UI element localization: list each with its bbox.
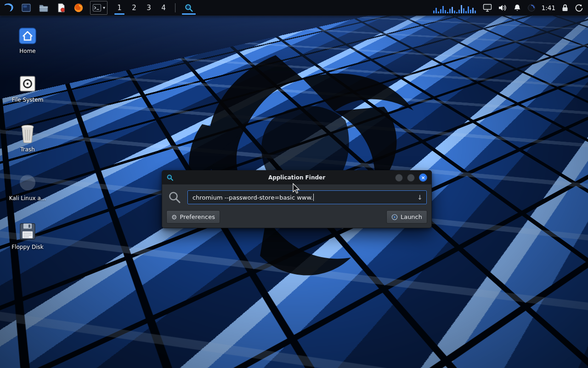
panel-launchers: ▾ xyxy=(0,1,107,15)
command-text: chromium --password-store=basic www. xyxy=(192,194,313,201)
active-app-indicator xyxy=(182,13,196,15)
history-dropdown-arrow-icon[interactable]: ↓ xyxy=(417,194,423,201)
kali-logo-icon xyxy=(3,2,14,13)
search-icon xyxy=(168,190,181,204)
chevron-down-icon: ▾ xyxy=(103,6,105,10)
notifications-bell-icon[interactable] xyxy=(513,4,521,12)
preferences-button[interactable]: ⚙ Preferences xyxy=(166,210,220,224)
desktop-icon-home[interactable]: Home xyxy=(5,27,51,54)
panel-status-area: 1:41 xyxy=(433,2,588,13)
window-icon xyxy=(21,3,31,13)
folder-icon xyxy=(39,3,49,13)
file-system-icon xyxy=(17,75,38,94)
display-icon[interactable] xyxy=(483,4,492,12)
app-finder-panel-button[interactable] xyxy=(180,0,198,16)
text-editor-launcher[interactable] xyxy=(54,1,68,15)
status-tray-icon[interactable] xyxy=(527,4,536,12)
desktop-icon-label: Home xyxy=(19,48,35,54)
firefox-icon xyxy=(74,3,84,13)
volume-icon[interactable] xyxy=(498,4,507,12)
desktop-icon-kali-linux[interactable]: Kali Linux a... xyxy=(5,173,51,201)
logout-icon[interactable] xyxy=(575,4,583,12)
search-row: chromium --password-store=basic www. ↓ xyxy=(162,184,431,204)
app-finder-window-icon xyxy=(166,174,174,181)
lock-screen-icon[interactable] xyxy=(561,4,569,12)
maximize-button[interactable] xyxy=(407,174,415,182)
desktop-icon-label: Kali Linux a... xyxy=(9,195,46,201)
desktop-icon-trash[interactable]: Trash xyxy=(5,123,51,153)
top-panel: ▾ 1 2 3 4 xyxy=(0,0,588,16)
applications-menu-button[interactable] xyxy=(2,1,16,15)
terminal-launcher[interactable]: ▾ xyxy=(90,1,107,15)
home-icon xyxy=(17,27,38,45)
magnifier-icon xyxy=(184,3,193,12)
file-manager-launcher[interactable] xyxy=(37,1,51,15)
floppy-disk-icon xyxy=(18,222,37,241)
window-buttons: × xyxy=(395,173,427,182)
application-finder-window: Application Finder × chromium --password… xyxy=(162,170,432,228)
command-input[interactable]: chromium --password-store=basic www. ↓ xyxy=(187,190,427,204)
window-launcher[interactable] xyxy=(19,1,33,15)
launch-icon xyxy=(391,214,398,220)
clock[interactable]: 1:41 xyxy=(542,4,555,12)
gear-icon: ⚙ xyxy=(171,214,177,220)
desktop-icon-file-system[interactable]: File System xyxy=(5,75,51,103)
workspace-button-1[interactable]: 1 xyxy=(112,0,127,16)
desktop-icon-label: Floppy Disk xyxy=(11,244,44,250)
workspace-button-3[interactable]: 3 xyxy=(141,0,156,16)
close-icon: × xyxy=(421,175,425,180)
launch-button-label: Launch xyxy=(401,213,422,220)
dialog-footer: ⚙ Preferences Launch xyxy=(166,210,427,224)
workspace-label: 2 xyxy=(132,4,136,12)
workspace-switcher: 1 2 3 4 xyxy=(112,0,171,16)
trash-icon xyxy=(18,123,37,144)
terminal-icon xyxy=(92,3,102,12)
desktop-icon-floppy-disk[interactable]: Floppy Disk xyxy=(5,222,51,250)
firefox-launcher[interactable] xyxy=(72,1,85,15)
minimize-button[interactable] xyxy=(395,174,403,182)
window-title: Application Finder xyxy=(162,174,431,181)
kali-installer-icon xyxy=(18,173,37,192)
workspace-button-4[interactable]: 4 xyxy=(156,0,171,16)
panel-separator xyxy=(175,3,175,12)
workspace-button-2[interactable]: 2 xyxy=(127,0,141,16)
close-button[interactable]: × xyxy=(419,173,427,182)
active-workspace-indicator xyxy=(114,13,124,15)
launch-button[interactable]: Launch xyxy=(386,210,427,224)
workspace-label: 1 xyxy=(117,4,122,12)
workspace-label: 4 xyxy=(161,4,166,12)
network-graph[interactable] xyxy=(433,2,477,13)
workspace-label: 3 xyxy=(147,4,151,12)
desktop-icon-label: File System xyxy=(12,97,44,103)
desktop-icon-label: Trash xyxy=(20,146,35,153)
preferences-button-label: Preferences xyxy=(180,213,215,220)
document-icon xyxy=(56,3,66,13)
text-caret xyxy=(313,194,314,201)
titlebar[interactable]: Application Finder × xyxy=(162,171,431,184)
